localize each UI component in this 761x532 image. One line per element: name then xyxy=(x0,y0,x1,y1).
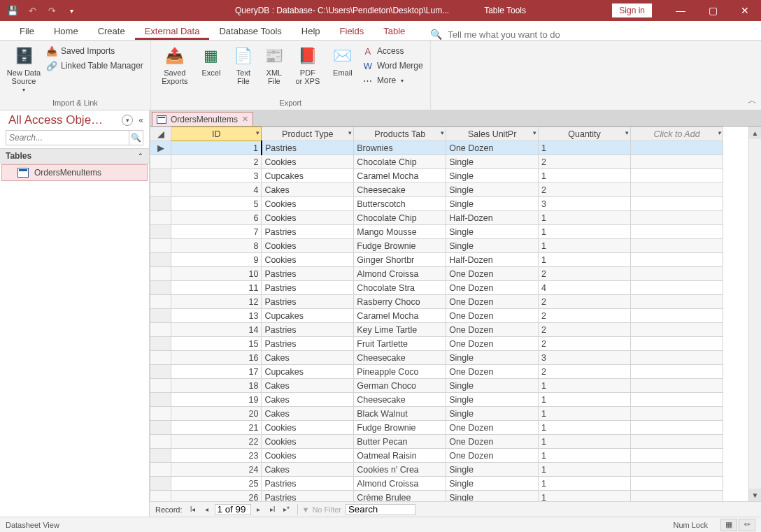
row-selector[interactable] xyxy=(150,309,171,323)
table-row[interactable]: 21 Cookies Fudge Brownie One Dozen 1 xyxy=(150,421,723,435)
tell-me-input[interactable] xyxy=(448,29,588,40)
cell-product-name[interactable]: Black Walnut xyxy=(354,407,446,421)
cell-product-name[interactable]: Chocolate Stra xyxy=(354,281,446,295)
excel-button[interactable]: ▦Excel xyxy=(196,43,227,77)
tab-external-data[interactable]: External Data xyxy=(135,22,210,40)
new-record-button[interactable]: ▸* xyxy=(280,503,293,516)
cell-empty[interactable] xyxy=(631,379,723,393)
table-row[interactable]: 8 Cookies Fudge Brownie Single 1 xyxy=(150,239,723,253)
cell-product-name[interactable]: Butterscotch xyxy=(354,197,446,211)
cell-product-type[interactable]: Pastries xyxy=(262,225,354,239)
cell-sales-unit[interactable]: Single xyxy=(446,351,539,365)
col-quantity[interactable]: Quantity▾ xyxy=(539,127,631,141)
cell-quantity[interactable]: 1 xyxy=(539,169,631,183)
table-row[interactable]: 11 Pastries Chocolate Stra One Dozen 4 xyxy=(150,281,723,295)
cell-id[interactable]: 7 xyxy=(171,225,262,239)
cell-product-type[interactable]: Cookies xyxy=(262,421,354,435)
cell-product-type[interactable]: Cookies xyxy=(262,155,354,169)
cell-empty[interactable] xyxy=(631,281,723,295)
dropdown-icon[interactable]: ▾ xyxy=(256,129,259,136)
cell-id[interactable]: 25 xyxy=(171,477,262,491)
cell-product-type[interactable]: Cookies xyxy=(262,435,354,449)
cell-sales-unit[interactable]: Single xyxy=(446,183,539,197)
table-row[interactable]: 10 Pastries Almond Croissa One Dozen 2 xyxy=(150,267,723,281)
row-selector[interactable] xyxy=(150,435,171,449)
cell-product-name[interactable]: Key Lime Tartle xyxy=(354,323,446,337)
cell-sales-unit[interactable]: One Dozen xyxy=(446,141,539,155)
nav-title[interactable]: All Access Obje… xyxy=(8,113,119,127)
cell-sales-unit[interactable]: One Dozen xyxy=(446,267,539,281)
cell-id[interactable]: 18 xyxy=(171,379,262,393)
cell-product-name[interactable]: Caramel Mocha xyxy=(354,309,446,323)
cell-quantity[interactable]: 1 xyxy=(539,239,631,253)
cell-sales-unit[interactable]: Half-Dozen xyxy=(446,253,539,267)
cell-sales-unit[interactable]: Single xyxy=(446,379,539,393)
cell-product-name[interactable]: Brownies xyxy=(354,141,446,155)
cell-id[interactable]: 11 xyxy=(171,281,262,295)
cell-sales-unit[interactable]: Single xyxy=(446,393,539,407)
row-selector[interactable] xyxy=(150,449,171,463)
object-tab-ordersmenuitems[interactable]: OrdersMenuItems ✕ xyxy=(152,112,253,126)
cell-product-name[interactable]: German Choco xyxy=(354,379,446,393)
cell-id[interactable]: 26 xyxy=(171,491,262,502)
table-row[interactable]: 20 Cakes Black Walnut Single 1 xyxy=(150,407,723,421)
access-export-button[interactable]: AAccess xyxy=(361,45,425,57)
cell-sales-unit[interactable]: Single xyxy=(446,197,539,211)
table-row[interactable]: 18 Cakes German Choco Single 1 xyxy=(150,379,723,393)
row-selector[interactable] xyxy=(150,463,171,477)
cell-quantity[interactable]: 1 xyxy=(539,253,631,267)
cell-product-name[interactable]: Fruit Tartlette xyxy=(354,337,446,351)
table-row[interactable]: 2 Cookies Chocolate Chip Single 2 xyxy=(150,155,723,169)
redo-icon[interactable]: ↷ xyxy=(43,2,60,19)
table-row[interactable]: 7 Pastries Mango Mousse Single 1 xyxy=(150,225,723,239)
cell-sales-unit[interactable]: One Dozen xyxy=(446,365,539,379)
tab-home[interactable]: Home xyxy=(44,22,88,40)
cell-id[interactable]: 3 xyxy=(171,169,262,183)
cell-product-name[interactable]: Cheesecake xyxy=(354,351,446,365)
cell-id[interactable]: 15 xyxy=(171,337,262,351)
nav-menu-button[interactable]: ▾ xyxy=(122,115,133,126)
row-selector[interactable] xyxy=(150,239,171,253)
cell-product-type[interactable]: Cookies xyxy=(262,197,354,211)
cell-product-type[interactable]: Pastries xyxy=(262,281,354,295)
xml-file-button[interactable]: 📰XML File xyxy=(260,43,288,85)
cell-quantity[interactable]: 2 xyxy=(539,323,631,337)
cell-empty[interactable] xyxy=(631,435,723,449)
nav-item-ordersmenuitems[interactable]: OrdersMenuItems xyxy=(1,164,148,181)
table-row[interactable]: 14 Pastries Key Lime Tartle One Dozen 2 xyxy=(150,323,723,337)
row-selector[interactable] xyxy=(150,253,171,267)
record-search-input[interactable] xyxy=(346,504,415,515)
row-selector[interactable] xyxy=(150,365,171,379)
cell-id[interactable]: 8 xyxy=(171,239,262,253)
previous-record-button[interactable]: ◂ xyxy=(201,503,213,516)
tab-database-tools[interactable]: Database Tools xyxy=(209,22,291,40)
cell-empty[interactable] xyxy=(631,337,723,351)
table-row[interactable]: 24 Cakes Cookies n' Crea Single 1 xyxy=(150,463,723,477)
cell-quantity[interactable]: 1 xyxy=(539,421,631,435)
cell-empty[interactable] xyxy=(631,141,723,155)
cell-empty[interactable] xyxy=(631,169,723,183)
cell-product-type[interactable]: Pastries xyxy=(262,323,354,337)
table-row[interactable]: 25 Pastries Almond Croissa Single 1 xyxy=(150,477,723,491)
cell-product-type[interactable]: Cakes xyxy=(262,393,354,407)
cell-product-type[interactable]: Pastries xyxy=(262,295,354,309)
cell-sales-unit[interactable]: One Dozen xyxy=(446,323,539,337)
cell-sales-unit[interactable]: Single xyxy=(446,225,539,239)
cell-product-type[interactable]: Cookies xyxy=(262,211,354,225)
close-button[interactable]: ✕ xyxy=(729,0,761,21)
cell-id[interactable]: 6 xyxy=(171,211,262,225)
cell-empty[interactable] xyxy=(631,449,723,463)
cell-id[interactable]: 10 xyxy=(171,267,262,281)
row-selector[interactable] xyxy=(150,337,171,351)
cell-quantity[interactable]: 2 xyxy=(539,309,631,323)
col-sales-unit[interactable]: Sales UnitPr▾ xyxy=(446,127,539,141)
row-selector[interactable] xyxy=(150,379,171,393)
row-selector[interactable] xyxy=(150,281,171,295)
cell-product-name[interactable]: Pineapple Coco xyxy=(354,365,446,379)
cell-empty[interactable] xyxy=(631,155,723,169)
table-row[interactable]: 19 Cakes Cheesecake Single 1 xyxy=(150,393,723,407)
cell-sales-unit[interactable]: Single xyxy=(446,463,539,477)
dropdown-icon[interactable]: ▾ xyxy=(348,129,352,136)
cell-id[interactable]: 21 xyxy=(171,421,262,435)
cell-empty[interactable] xyxy=(631,239,723,253)
